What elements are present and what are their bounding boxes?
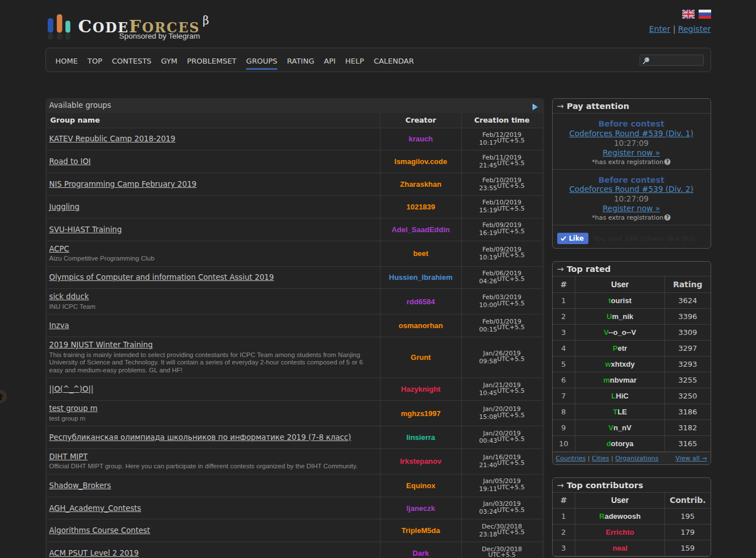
creation-time-value: 21:45 [479,162,498,169]
user-link[interactable]: Errichto [606,528,634,536]
creator-link[interactable]: Dark [412,549,429,557]
user-link[interactable]: LHiC [611,392,628,400]
group-link[interactable]: KATEV Republic Camp 2018-2019 [49,135,176,143]
group-link[interactable]: Республиканская олимпиада школьников по … [49,433,352,442]
group-description: Official DIHT MIPT group. Here you can p… [49,463,373,471]
user-link[interactable]: Radewoosh [599,512,641,521]
contest-link[interactable]: Codeforces Round #539 (Div. 1) [569,129,694,138]
creator-link[interactable]: Adel_SaadEddin [391,225,450,234]
footer-link-cities[interactable]: Cities [592,455,609,462]
group-link[interactable]: NIS Programming Camp February 2019 [49,180,197,188]
creator-link[interactable]: Zharaskhan [400,180,441,188]
group-name-cell: DIHT MIPTOfficial DIHT MIPT group. Here … [47,448,381,474]
expand-arrow-icon[interactable] [532,101,538,116]
footer-link-countries[interactable]: Countries [556,455,586,462]
nav-link-api[interactable]: API [324,49,336,70]
creator-link[interactable]: Grunt [411,353,431,362]
nav-link-help[interactable]: HELP [345,49,364,70]
view-all-link[interactable]: View all → [675,455,707,462]
creation-time-value: 10:19 [479,254,498,261]
lang-english-flag-icon[interactable] [682,10,695,19]
register-now-link[interactable]: Register now » [603,204,660,213]
user-link[interactable]: Petr [613,344,627,353]
creator-link[interactable]: linsierra [406,433,435,442]
creator-link[interactable]: Equinox [406,481,435,490]
nav-link-home[interactable]: HOME [56,49,78,70]
group-creation-time-cell: Feb/01/201900:15UTC+5.5 [461,314,542,337]
group-link[interactable]: Inzva [49,321,69,330]
group-link[interactable]: 2019 NJUST Winter Training [49,341,153,349]
contest-countdown: 10:27:09 [553,194,711,204]
user-cell: Errichto [575,525,665,540]
value-cell: 3165 [665,435,711,451]
user-link[interactable]: tourist [608,296,631,305]
enter-link[interactable]: Enter [649,24,671,33]
group-link[interactable]: ACPC [49,245,69,253]
group-link[interactable]: test group m [49,404,98,413]
creator-link[interactable]: Hussien_Ibrahiem [389,273,453,282]
user-link[interactable]: mnbvmar [603,376,637,384]
timezone-superscript: UTC+5.5 [497,275,525,283]
like-button[interactable]: Like [557,233,588,244]
creation-time-value: 10:45 [479,389,498,397]
group-link[interactable]: Road to IOI [49,157,91,166]
scroll-to-top-button[interactable] [0,390,7,403]
user-link[interactable]: dotorya [607,439,634,448]
group-creation-time-cell: Jan/20/201900:43UTC+5.5 [461,426,542,449]
creation-clock: 23:55UTC+5.5 [465,184,539,192]
lang-russian-flag-icon[interactable] [699,10,711,19]
group-link[interactable]: DIHT MIPT [49,452,88,461]
search-icon [642,57,650,64]
top-contributors-box: →Top contributors #UserContrib.1Radewoos… [552,477,711,557]
value-cell: 3624 [665,292,711,308]
nav-link-groups[interactable]: GROUPS [246,49,277,70]
creator-link[interactable]: osmanorhan [399,321,443,330]
group-link[interactable]: sick dduck [49,292,89,301]
group-name-cell: NIS Programming Camp February 2019 [47,173,381,196]
group-link[interactable]: ||O(^_^)O|| [49,385,94,393]
group-link[interactable]: SVU-HIAST Training [49,225,122,234]
creator-link[interactable]: krauch [408,135,433,143]
group-link[interactable]: Shadow_Brokers [49,481,111,490]
user-cell: TLE [575,404,665,419]
codeforces-logo[interactable]: CODEFORCESβ Sponsored by Telegram [48,14,210,40]
group-link[interactable]: Olympics of Computer and information Con… [49,273,274,282]
user-link[interactable]: Vn_nV [608,423,631,432]
top-rated-box: →Top rated #UserRating1tourist36242Um_ni… [552,261,711,465]
nav-link-top[interactable]: TOP [87,49,102,70]
creator-link[interactable]: TripleM5da [402,526,440,535]
group-creation-time-cell: Jan/26/201909:58UTC+5.5 [461,337,542,378]
footer-link-organizations[interactable]: Organizations [615,455,658,462]
nav-link-problemset[interactable]: PROBLEMSET [187,49,236,70]
group-row: ACPCAizu Competitive Programming Clubbee… [47,241,542,266]
user-link[interactable]: neal [612,544,627,552]
creator-link[interactable]: 1021839 [406,203,435,211]
nav-link-gym[interactable]: GYM [161,49,178,70]
register-now-link[interactable]: Register now » [603,148,660,157]
search-box[interactable] [640,54,704,66]
question-mark-icon[interactable]: ? [664,214,671,224]
user-link[interactable]: Um_nik [607,312,633,321]
user-link[interactable]: wxhtxdy [605,360,634,368]
creator-link[interactable]: ljaneczk [406,504,435,513]
user-link[interactable]: TLE [613,408,627,416]
group-link[interactable]: Juggling [49,203,80,211]
creator-link[interactable]: beet [413,249,428,258]
creator-link[interactable]: mghzs1997 [401,409,441,418]
contest-link[interactable]: Codeforces Round #539 (Div. 2) [569,184,694,194]
user-link[interactable]: V--o_o--V [604,328,636,337]
group-link[interactable]: ACM PSUT Level 2 2019 [49,549,139,557]
register-link[interactable]: Register [678,24,711,33]
top-contributors-table: #UserContrib.1Radewoosh1952Errichto1793n… [553,493,711,557]
creator-link[interactable]: Hazyknight [401,385,440,393]
group-link[interactable]: AGH_Academy_Contests [49,504,141,513]
creator-link[interactable]: rdd6584 [407,297,435,306]
creator-link[interactable]: Ismagilov.code [394,157,447,166]
nav-link-contests[interactable]: CONTESTS [112,49,152,70]
group-link[interactable]: Algorithms Course Contest [49,526,151,535]
question-mark-icon[interactable]: ? [664,158,671,169]
search-input[interactable] [651,56,703,64]
creator-link[interactable]: Irkstepanov [400,457,441,465]
nav-link-calendar[interactable]: CALENDAR [374,49,414,70]
nav-link-rating[interactable]: RATING [287,49,314,70]
